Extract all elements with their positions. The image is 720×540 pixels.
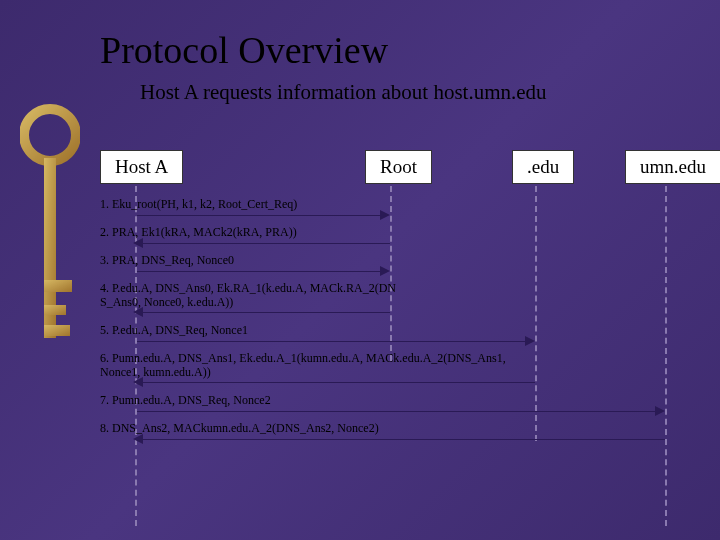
page-title: Protocol Overview <box>0 0 720 72</box>
arrow-1 <box>137 215 385 216</box>
message-5: 5. P.edu.A, DNS_Req, Nonce1 <box>100 324 248 338</box>
actor-umn-edu: umn.edu <box>625 150 720 184</box>
svg-rect-3 <box>44 305 66 315</box>
svg-rect-2 <box>44 280 72 292</box>
arrow-8 <box>142 439 665 440</box>
key-icon <box>20 100 80 380</box>
page-subtitle: Host A requests information about host.u… <box>0 72 720 105</box>
message-1: 1. Eku_root(PH, k1, k2, Root_Cert_Req) <box>100 198 297 212</box>
lifeline-edu <box>535 186 537 441</box>
arrow-1-head <box>380 210 390 220</box>
arrow-8-head <box>133 434 143 444</box>
arrow-7 <box>137 411 660 412</box>
message-2: 2. PRA, Ek1(kRA, MACk2(kRA, PRA)) <box>100 226 297 240</box>
arrow-6 <box>142 382 535 383</box>
arrow-4-head <box>133 307 143 317</box>
message-6: 6. Pumn.edu.A, DNS_Ans1, Ek.edu.A_1(kumn… <box>100 352 506 380</box>
svg-point-0 <box>24 109 76 161</box>
lifeline-umn-edu <box>665 186 667 526</box>
arrow-5 <box>137 341 530 342</box>
actor-host-a: Host A <box>100 150 183 184</box>
message-6-line2: Nonce1, kumn.edu.A)) <box>100 365 211 379</box>
arrow-2 <box>142 243 390 244</box>
arrow-6-head <box>133 377 143 387</box>
message-7: 7. Pumn.edu.A, DNS_Req, Nonce2 <box>100 394 271 408</box>
sequence-diagram: Host A Root .edu umn.edu 1. Eku_root(PH,… <box>100 150 700 520</box>
arrow-2-head <box>133 238 143 248</box>
arrow-7-head <box>655 406 665 416</box>
lifeline-root <box>390 186 392 361</box>
actor-edu: .edu <box>512 150 574 184</box>
arrow-5-head <box>525 336 535 346</box>
arrow-3-head <box>380 266 390 276</box>
arrow-4 <box>142 312 390 313</box>
svg-rect-4 <box>44 325 70 336</box>
message-4-line1: 4. P.edu.A, DNS_Ans0, Ek.RA_1(k.edu.A, M… <box>100 281 396 295</box>
message-4: 4. P.edu.A, DNS_Ans0, Ek.RA_1(k.edu.A, M… <box>100 282 396 310</box>
actor-root: Root <box>365 150 432 184</box>
message-3: 3. PRA, DNS_Req, Nonce0 <box>100 254 234 268</box>
message-4-line2: S_Ans0, Nonce0, k.edu.A)) <box>100 295 233 309</box>
arrow-3 <box>137 271 385 272</box>
message-6-line1: 6. Pumn.edu.A, DNS_Ans1, Ek.edu.A_1(kumn… <box>100 351 506 365</box>
